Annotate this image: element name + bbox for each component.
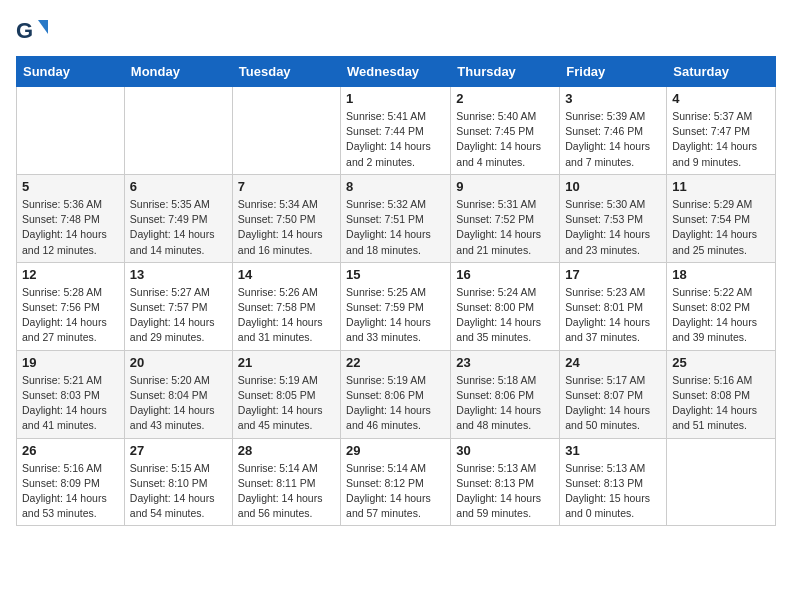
day-number: 1: [346, 91, 445, 106]
calendar-week-row: 19Sunrise: 5:21 AM Sunset: 8:03 PM Dayli…: [17, 350, 776, 438]
day-number: 26: [22, 443, 119, 458]
day-number: 19: [22, 355, 119, 370]
day-info: Sunrise: 5:18 AM Sunset: 8:06 PM Dayligh…: [456, 373, 554, 434]
day-info: Sunrise: 5:14 AM Sunset: 8:11 PM Dayligh…: [238, 461, 335, 522]
day-number: 29: [346, 443, 445, 458]
day-info: Sunrise: 5:30 AM Sunset: 7:53 PM Dayligh…: [565, 197, 661, 258]
day-number: 22: [346, 355, 445, 370]
day-info: Sunrise: 5:28 AM Sunset: 7:56 PM Dayligh…: [22, 285, 119, 346]
calendar-cell: 27Sunrise: 5:15 AM Sunset: 8:10 PM Dayli…: [124, 438, 232, 526]
weekday-header-saturday: Saturday: [667, 57, 776, 87]
calendar-cell: 5Sunrise: 5:36 AM Sunset: 7:48 PM Daylig…: [17, 174, 125, 262]
day-number: 23: [456, 355, 554, 370]
calendar-cell: 26Sunrise: 5:16 AM Sunset: 8:09 PM Dayli…: [17, 438, 125, 526]
day-info: Sunrise: 5:31 AM Sunset: 7:52 PM Dayligh…: [456, 197, 554, 258]
day-number: 10: [565, 179, 661, 194]
calendar-cell: 29Sunrise: 5:14 AM Sunset: 8:12 PM Dayli…: [341, 438, 451, 526]
day-number: 3: [565, 91, 661, 106]
day-info: Sunrise: 5:39 AM Sunset: 7:46 PM Dayligh…: [565, 109, 661, 170]
calendar-cell: 9Sunrise: 5:31 AM Sunset: 7:52 PM Daylig…: [451, 174, 560, 262]
day-number: 14: [238, 267, 335, 282]
weekday-header-thursday: Thursday: [451, 57, 560, 87]
weekday-header-monday: Monday: [124, 57, 232, 87]
day-number: 15: [346, 267, 445, 282]
weekday-header-friday: Friday: [560, 57, 667, 87]
calendar-cell: [667, 438, 776, 526]
day-info: Sunrise: 5:16 AM Sunset: 8:09 PM Dayligh…: [22, 461, 119, 522]
logo-icon: G: [16, 16, 48, 48]
calendar-cell: 16Sunrise: 5:24 AM Sunset: 8:00 PM Dayli…: [451, 262, 560, 350]
calendar-cell: 17Sunrise: 5:23 AM Sunset: 8:01 PM Dayli…: [560, 262, 667, 350]
day-info: Sunrise: 5:29 AM Sunset: 7:54 PM Dayligh…: [672, 197, 770, 258]
day-number: 11: [672, 179, 770, 194]
day-number: 7: [238, 179, 335, 194]
day-number: 17: [565, 267, 661, 282]
weekday-header-sunday: Sunday: [17, 57, 125, 87]
calendar-cell: 30Sunrise: 5:13 AM Sunset: 8:13 PM Dayli…: [451, 438, 560, 526]
calendar-cell: 14Sunrise: 5:26 AM Sunset: 7:58 PM Dayli…: [232, 262, 340, 350]
day-number: 9: [456, 179, 554, 194]
svg-marker-1: [38, 20, 48, 34]
calendar-cell: 25Sunrise: 5:16 AM Sunset: 8:08 PM Dayli…: [667, 350, 776, 438]
logo: G: [16, 16, 52, 48]
day-info: Sunrise: 5:24 AM Sunset: 8:00 PM Dayligh…: [456, 285, 554, 346]
day-info: Sunrise: 5:36 AM Sunset: 7:48 PM Dayligh…: [22, 197, 119, 258]
day-info: Sunrise: 5:27 AM Sunset: 7:57 PM Dayligh…: [130, 285, 227, 346]
calendar-cell: 2Sunrise: 5:40 AM Sunset: 7:45 PM Daylig…: [451, 87, 560, 175]
day-info: Sunrise: 5:41 AM Sunset: 7:44 PM Dayligh…: [346, 109, 445, 170]
calendar-cell: 22Sunrise: 5:19 AM Sunset: 8:06 PM Dayli…: [341, 350, 451, 438]
calendar-cell: 10Sunrise: 5:30 AM Sunset: 7:53 PM Dayli…: [560, 174, 667, 262]
day-info: Sunrise: 5:20 AM Sunset: 8:04 PM Dayligh…: [130, 373, 227, 434]
day-info: Sunrise: 5:15 AM Sunset: 8:10 PM Dayligh…: [130, 461, 227, 522]
day-number: 5: [22, 179, 119, 194]
calendar-cell: 7Sunrise: 5:34 AM Sunset: 7:50 PM Daylig…: [232, 174, 340, 262]
day-info: Sunrise: 5:35 AM Sunset: 7:49 PM Dayligh…: [130, 197, 227, 258]
day-info: Sunrise: 5:19 AM Sunset: 8:05 PM Dayligh…: [238, 373, 335, 434]
calendar-cell: [232, 87, 340, 175]
calendar-cell: 31Sunrise: 5:13 AM Sunset: 8:13 PM Dayli…: [560, 438, 667, 526]
day-number: 13: [130, 267, 227, 282]
day-info: Sunrise: 5:21 AM Sunset: 8:03 PM Dayligh…: [22, 373, 119, 434]
calendar-cell: 21Sunrise: 5:19 AM Sunset: 8:05 PM Dayli…: [232, 350, 340, 438]
calendar-cell: 23Sunrise: 5:18 AM Sunset: 8:06 PM Dayli…: [451, 350, 560, 438]
day-number: 31: [565, 443, 661, 458]
calendar-cell: 8Sunrise: 5:32 AM Sunset: 7:51 PM Daylig…: [341, 174, 451, 262]
calendar-cell: 12Sunrise: 5:28 AM Sunset: 7:56 PM Dayli…: [17, 262, 125, 350]
weekday-header-row: SundayMondayTuesdayWednesdayThursdayFrid…: [17, 57, 776, 87]
day-number: 16: [456, 267, 554, 282]
day-number: 12: [22, 267, 119, 282]
day-info: Sunrise: 5:14 AM Sunset: 8:12 PM Dayligh…: [346, 461, 445, 522]
day-info: Sunrise: 5:22 AM Sunset: 8:02 PM Dayligh…: [672, 285, 770, 346]
day-number: 18: [672, 267, 770, 282]
svg-text:G: G: [16, 18, 33, 43]
day-info: Sunrise: 5:23 AM Sunset: 8:01 PM Dayligh…: [565, 285, 661, 346]
day-info: Sunrise: 5:32 AM Sunset: 7:51 PM Dayligh…: [346, 197, 445, 258]
calendar-cell: [17, 87, 125, 175]
day-info: Sunrise: 5:16 AM Sunset: 8:08 PM Dayligh…: [672, 373, 770, 434]
calendar-cell: 6Sunrise: 5:35 AM Sunset: 7:49 PM Daylig…: [124, 174, 232, 262]
day-info: Sunrise: 5:19 AM Sunset: 8:06 PM Dayligh…: [346, 373, 445, 434]
calendar-table: SundayMondayTuesdayWednesdayThursdayFrid…: [16, 56, 776, 526]
calendar-cell: 18Sunrise: 5:22 AM Sunset: 8:02 PM Dayli…: [667, 262, 776, 350]
day-number: 28: [238, 443, 335, 458]
calendar-cell: 28Sunrise: 5:14 AM Sunset: 8:11 PM Dayli…: [232, 438, 340, 526]
calendar-cell: 11Sunrise: 5:29 AM Sunset: 7:54 PM Dayli…: [667, 174, 776, 262]
header-area: G: [16, 16, 776, 48]
day-number: 25: [672, 355, 770, 370]
calendar-week-row: 12Sunrise: 5:28 AM Sunset: 7:56 PM Dayli…: [17, 262, 776, 350]
day-info: Sunrise: 5:13 AM Sunset: 8:13 PM Dayligh…: [456, 461, 554, 522]
weekday-header-tuesday: Tuesday: [232, 57, 340, 87]
calendar-cell: [124, 87, 232, 175]
day-number: 20: [130, 355, 227, 370]
day-info: Sunrise: 5:13 AM Sunset: 8:13 PM Dayligh…: [565, 461, 661, 522]
day-info: Sunrise: 5:37 AM Sunset: 7:47 PM Dayligh…: [672, 109, 770, 170]
calendar-cell: 24Sunrise: 5:17 AM Sunset: 8:07 PM Dayli…: [560, 350, 667, 438]
day-info: Sunrise: 5:17 AM Sunset: 8:07 PM Dayligh…: [565, 373, 661, 434]
day-number: 21: [238, 355, 335, 370]
weekday-header-wednesday: Wednesday: [341, 57, 451, 87]
day-info: Sunrise: 5:26 AM Sunset: 7:58 PM Dayligh…: [238, 285, 335, 346]
day-info: Sunrise: 5:40 AM Sunset: 7:45 PM Dayligh…: [456, 109, 554, 170]
day-number: 2: [456, 91, 554, 106]
day-info: Sunrise: 5:25 AM Sunset: 7:59 PM Dayligh…: [346, 285, 445, 346]
calendar-week-row: 1Sunrise: 5:41 AM Sunset: 7:44 PM Daylig…: [17, 87, 776, 175]
